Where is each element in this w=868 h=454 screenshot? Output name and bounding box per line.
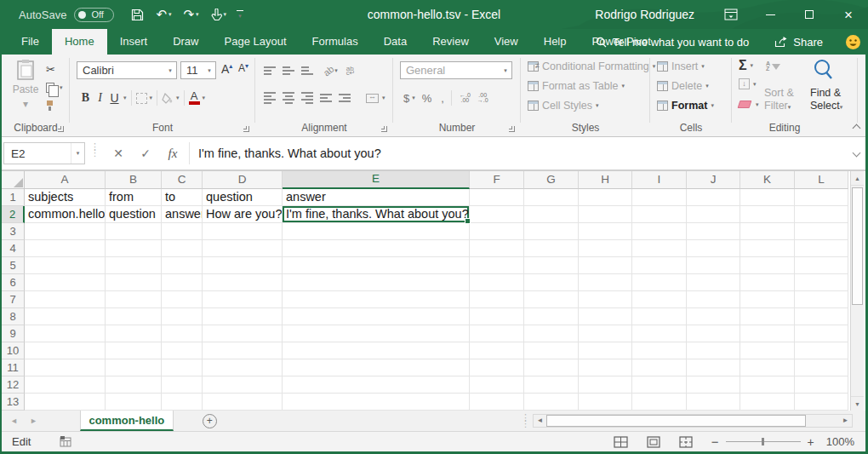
cell-B2[interactable]: question (106, 206, 162, 223)
macro-record-icon[interactable] (60, 436, 71, 447)
cell-G2[interactable] (524, 206, 579, 223)
cell-G4[interactable] (524, 240, 579, 257)
cell-I11[interactable] (632, 359, 687, 376)
merge-center-dropdown[interactable]: ▾ (382, 95, 385, 101)
zoom-level[interactable]: 100% (826, 435, 854, 448)
cell-J3[interactable] (687, 223, 740, 240)
next-sheet-button[interactable]: ► (30, 417, 37, 425)
cell-A1[interactable]: subjects (25, 189, 106, 206)
row-header-13[interactable]: 13 (2, 394, 25, 411)
cell-F5[interactable] (470, 257, 524, 274)
cell-I5[interactable] (632, 257, 687, 274)
row-header-10[interactable]: 10 (2, 342, 25, 359)
cell-G11[interactable] (524, 359, 579, 376)
copy-dropdown[interactable]: ▾ (60, 84, 63, 91)
row-header-1[interactable]: 1 (2, 189, 25, 206)
cell-I2[interactable] (632, 206, 687, 223)
row-header-6[interactable]: 6 (2, 274, 25, 291)
cell-L7[interactable] (795, 291, 848, 308)
cell-J2[interactable] (687, 206, 740, 223)
cell-B5[interactable] (106, 257, 162, 274)
number-format-dropdown[interactable]: ▾ (500, 67, 511, 74)
cell-D3[interactable] (203, 223, 283, 240)
copy-button[interactable]: ▾ (46, 78, 63, 96)
close-button[interactable]: × (829, 0, 868, 29)
clear-button[interactable]: ▾ (739, 101, 759, 108)
cell-J9[interactable] (687, 325, 740, 342)
cell-A6[interactable] (25, 274, 106, 291)
cell-J1[interactable] (687, 189, 740, 206)
insert-function-button[interactable]: fx (162, 142, 184, 164)
cell-E1[interactable]: answer (283, 189, 470, 206)
cell-J10[interactable] (687, 342, 740, 359)
cell-E4[interactable] (283, 240, 470, 257)
number-format-combo[interactable]: General ▾ (400, 61, 512, 79)
tab-page-layout[interactable]: Page Layout (212, 29, 300, 55)
column-header-E[interactable]: E (283, 171, 470, 189)
minimize-button[interactable] (751, 0, 790, 29)
cell-L13[interactable] (795, 394, 848, 411)
cell-J5[interactable] (687, 257, 740, 274)
cell-E8[interactable] (283, 308, 470, 325)
bold-button[interactable]: B (80, 91, 91, 105)
cell-A10[interactable] (25, 342, 106, 359)
zoom-slider-thumb[interactable] (762, 438, 764, 445)
cell-J13[interactable] (687, 394, 740, 411)
cell-B12[interactable] (106, 376, 162, 394)
expand-formula-bar-button[interactable] (853, 149, 859, 156)
cell-B10[interactable] (106, 342, 162, 359)
cell-D12[interactable] (203, 376, 283, 394)
cell-F9[interactable] (470, 325, 524, 342)
column-header-D[interactable]: D (203, 171, 283, 189)
cell-I13[interactable] (632, 394, 687, 411)
share-button[interactable]: Share (774, 36, 823, 49)
cell-E10[interactable] (283, 342, 470, 359)
top-align-button[interactable] (264, 66, 276, 75)
cell-E12[interactable] (283, 376, 470, 394)
column-header-F[interactable]: F (470, 171, 524, 189)
conditional-formatting-button[interactable]: Conditional Formatting ▾ (528, 60, 655, 72)
decrease-indent-button[interactable] (320, 94, 332, 102)
italic-button[interactable]: I (94, 91, 106, 105)
cell-E11[interactable] (283, 359, 470, 376)
cell-H2[interactable] (579, 206, 632, 223)
cell-A7[interactable] (25, 291, 106, 308)
find-select-dropdown[interactable]: ▾ (840, 104, 843, 110)
cell-G13[interactable] (524, 394, 579, 411)
font-color-button[interactable]: A (189, 92, 200, 105)
cell-F8[interactable] (470, 308, 524, 325)
cell-I8[interactable] (632, 308, 687, 325)
tab-insert[interactable]: Insert (107, 29, 161, 55)
cell-J7[interactable] (687, 291, 740, 308)
redo-button[interactable]: ↷▾ (183, 7, 198, 22)
cell-L9[interactable] (795, 325, 848, 342)
cell-L6[interactable] (795, 274, 848, 291)
cancel-entry-button[interactable]: ✕ (107, 142, 129, 164)
tab-view[interactable]: View (482, 29, 531, 55)
touch-mouse-mode-button[interactable]: ▾ (211, 9, 227, 21)
vertical-scroll-thumb[interactable] (852, 187, 863, 305)
cell-K10[interactable] (740, 342, 795, 359)
horizontal-scroll-thumb[interactable] (546, 415, 806, 427)
font-size-dropdown[interactable]: ▾ (203, 67, 215, 74)
paste-button[interactable]: Paste ▾ (9, 59, 43, 120)
cell-K6[interactable] (740, 274, 795, 291)
delete-cells-button[interactable]: Delete ▾ (657, 80, 709, 92)
cell-F12[interactable] (470, 376, 524, 394)
cell-C2[interactable]: answer (162, 206, 203, 223)
column-header-L[interactable]: L (795, 171, 848, 189)
cell-D1[interactable]: question (203, 189, 283, 206)
increase-indent-button[interactable] (339, 94, 351, 102)
cell-F10[interactable] (470, 342, 524, 359)
cell-B11[interactable] (106, 359, 162, 376)
decrease-font-size-button[interactable]: A (238, 62, 248, 74)
column-header-K[interactable]: K (740, 171, 795, 189)
comma-button[interactable]: , (441, 92, 444, 105)
sheet-tab-common-hello[interactable]: common-hello (80, 411, 174, 431)
cell-D10[interactable] (203, 342, 283, 359)
currency-button[interactable]: $ (403, 92, 409, 105)
format-painter-button[interactable] (46, 96, 63, 114)
cell-I12[interactable] (632, 376, 687, 394)
find-select-button[interactable]: Find & Select▾ (810, 87, 842, 113)
feedback-smiley-icon[interactable] (845, 34, 861, 50)
